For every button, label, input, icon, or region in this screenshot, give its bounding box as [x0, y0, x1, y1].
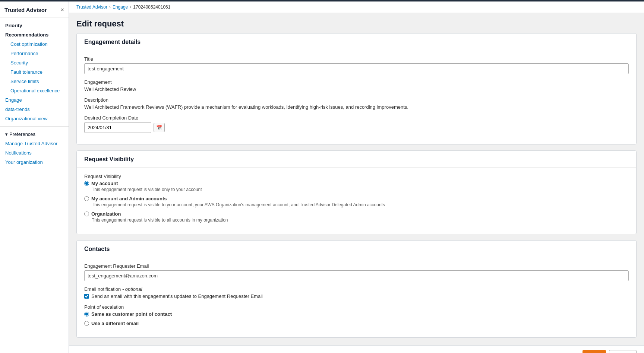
visibility-option-my-account: My account This engagement request is vi…	[84, 181, 629, 192]
sidebar-item-security[interactable]: Security	[0, 58, 69, 67]
visibility-radio-my-account[interactable]	[84, 181, 89, 186]
sidebar-item-performance[interactable]: Performance	[0, 49, 69, 58]
visibility-option-organization: Organization This engagement request is …	[84, 211, 629, 223]
visibility-radio-admin[interactable]	[84, 196, 89, 201]
main-content: Trusted Advisor › Engage › 1702408524010…	[69, 1, 644, 353]
request-visibility-body: Request Visibility My account This engag…	[77, 168, 636, 234]
page-footer: Save Cancel	[69, 345, 644, 353]
escalation-option-same: Same as customer point of contact	[84, 311, 629, 317]
escalation-option-different: Use a different email	[84, 321, 629, 326]
email-notification-label: Email notification	[84, 286, 121, 292]
visibility-label-admin: My account and Admin accounts	[91, 196, 167, 201]
email-notification-optional: - optional	[122, 286, 142, 292]
visibility-label-organization: Organization	[91, 211, 121, 217]
contacts-card: Contacts Engagement Requester Email Emai…	[76, 240, 637, 338]
title-input[interactable]	[84, 63, 629, 74]
email-notification-checkbox[interactable]	[84, 294, 89, 299]
requester-email-label: Engagement Requester Email	[84, 263, 629, 269]
title-label: Title	[84, 56, 629, 62]
email-notification-checkbox-row: Send an email with this engagement's upd…	[84, 293, 629, 299]
request-visibility-group: Request Visibility My account This engag…	[84, 174, 629, 223]
sidebar-item-organizational-view[interactable]: Organizational view	[0, 114, 69, 123]
chevron-down-icon: ▾	[5, 131, 8, 137]
page-title: Edit request	[76, 19, 637, 29]
visibility-desc-admin: This engagement request is visible to yo…	[92, 202, 629, 207]
email-notification-checkbox-label: Send an email with this engagement's upd…	[91, 293, 263, 299]
request-visibility-label: Request Visibility	[84, 174, 629, 179]
escalation-radio-group: Same as customer point of contact Use a …	[84, 311, 629, 326]
escalation-label-different: Use a different email	[91, 321, 139, 326]
description-label: Description	[84, 97, 629, 103]
breadcrumb-sep-2: ›	[130, 4, 131, 10]
sidebar-nav: Priority Recommendations Cost optimizati…	[0, 18, 69, 353]
visibility-desc-organization: This engagement request is visible to al…	[92, 217, 629, 223]
engagement-details-title: Engagement details	[77, 34, 636, 50]
sidebar-divider	[0, 126, 69, 127]
sidebar: Trusted Advisor × Priority Recommendatio…	[0, 1, 69, 353]
sidebar-item-operational-excellence[interactable]: Operational excellence	[0, 86, 69, 95]
engagement-label: Engagement	[84, 79, 629, 85]
email-notification-group: Email notification - optional Send an em…	[84, 286, 629, 299]
breadcrumb-sep-1: ›	[109, 4, 111, 10]
request-visibility-title: Request Visibility	[77, 151, 636, 168]
escalation-option-different-row: Use a different email	[84, 321, 629, 326]
engagement-details-body: Title Engagement Well Architected Review…	[77, 50, 636, 144]
visibility-radio-organization[interactable]	[84, 212, 89, 216]
email-notification-label-row: Email notification - optional	[84, 286, 629, 292]
escalation-radio-same[interactable]	[84, 312, 89, 317]
engagement-details-card: Engagement details Title Engagement Well…	[76, 33, 637, 144]
visibility-option-admin: My account and Admin accounts This engag…	[84, 196, 629, 207]
visibility-desc-my-account: This engagement request is visible only …	[92, 187, 629, 192]
breadcrumb-current: 170240852401061	[133, 4, 170, 10]
sidebar-item-service-limits[interactable]: Service limits	[0, 77, 69, 86]
escalation-option-same-row: Same as customer point of contact	[84, 311, 629, 317]
title-group: Title	[84, 56, 629, 74]
visibility-option-organization-row: Organization	[84, 211, 629, 217]
sidebar-item-engage[interactable]: Engage	[0, 95, 69, 105]
sidebar-item-priority[interactable]: Priority	[0, 21, 69, 30]
visibility-label-my-account: My account	[91, 181, 118, 186]
sidebar-header: Trusted Advisor ×	[0, 1, 69, 18]
contacts-title: Contacts	[77, 241, 636, 257]
contacts-body: Engagement Requester Email Email notific…	[77, 257, 636, 337]
engagement-group: Engagement Well Architected Review	[84, 79, 629, 92]
desired-completion-group: Desired Completion Date 📅	[84, 115, 629, 133]
calendar-button[interactable]: 📅	[154, 123, 165, 132]
sidebar-item-data-trends[interactable]: data-trends	[0, 105, 69, 114]
sidebar-item-your-organization[interactable]: Your organization	[0, 158, 69, 167]
breadcrumb: Trusted Advisor › Engage › 1702408524010…	[69, 1, 644, 13]
preferences-label: Preferences	[9, 131, 35, 137]
sidebar-preferences-header[interactable]: ▾ Preferences	[0, 130, 69, 139]
cancel-button[interactable]: Cancel	[609, 350, 637, 353]
sidebar-item-manage-trusted-advisor[interactable]: Manage Trusted Advisor	[0, 139, 69, 148]
visibility-option-my-account-row: My account	[84, 181, 629, 186]
calendar-icon: 📅	[156, 125, 162, 130]
sidebar-title: Trusted Advisor	[4, 7, 47, 13]
breadcrumb-trusted-advisor[interactable]: Trusted Advisor	[76, 4, 107, 10]
cards-area: Engagement details Title Engagement Well…	[69, 33, 644, 345]
escalation-label: Point of escalation	[84, 304, 629, 310]
description-value: Well Architected Framework Reviews (WAFR…	[84, 104, 629, 110]
visibility-option-admin-row: My account and Admin accounts	[84, 196, 629, 201]
breadcrumb-engage[interactable]: Engage	[113, 4, 128, 10]
sidebar-item-cost-optimization[interactable]: Cost optimization	[0, 39, 69, 49]
save-button[interactable]: Save	[583, 350, 606, 353]
sidebar-item-fault-tolerance[interactable]: Fault tolerance	[0, 67, 69, 77]
escalation-radio-different[interactable]	[84, 321, 89, 326]
visibility-radio-group: My account This engagement request is vi…	[84, 181, 629, 223]
escalation-label-same: Same as customer point of contact	[91, 311, 172, 317]
requester-email-group: Engagement Requester Email	[84, 263, 629, 281]
engagement-value: Well Architected Review	[84, 86, 629, 92]
page-title-area: Edit request	[69, 13, 644, 33]
date-input-wrapper: 📅	[84, 122, 629, 133]
sidebar-item-recommendations-header: Recommendations	[0, 30, 69, 39]
request-visibility-card: Request Visibility Request Visibility My…	[76, 150, 637, 234]
sidebar-close-button[interactable]: ×	[61, 7, 64, 13]
requester-email-input[interactable]	[84, 270, 629, 281]
desired-completion-label: Desired Completion Date	[84, 115, 629, 121]
description-group: Description Well Architected Framework R…	[84, 97, 629, 110]
desired-completion-input[interactable]	[84, 122, 151, 133]
escalation-group: Point of escalation Same as customer poi…	[84, 304, 629, 326]
sidebar-item-notifications[interactable]: Notifications	[0, 148, 69, 158]
